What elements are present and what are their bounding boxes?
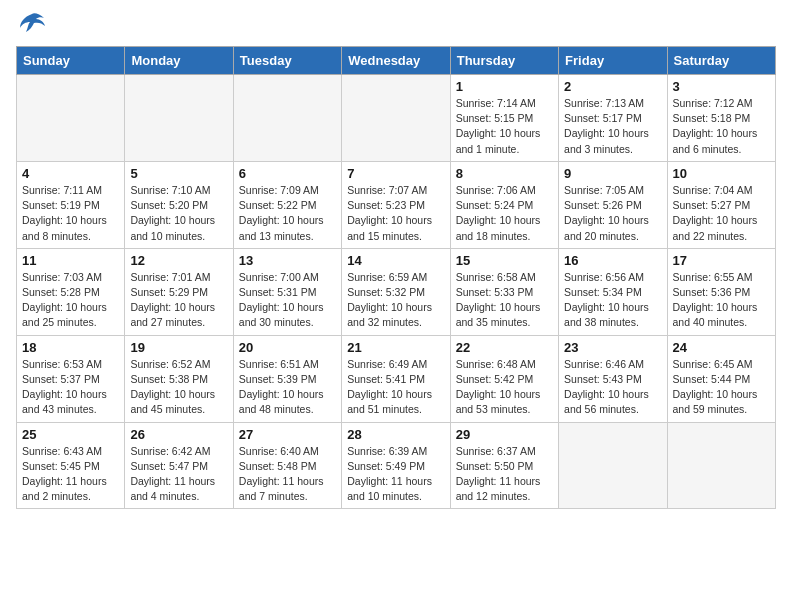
- day-info: Sunrise: 6:43 AMSunset: 5:45 PMDaylight:…: [22, 444, 119, 505]
- calendar-cell: 9Sunrise: 7:05 AMSunset: 5:26 PMDaylight…: [559, 161, 667, 248]
- calendar-cell: 20Sunrise: 6:51 AMSunset: 5:39 PMDayligh…: [233, 335, 341, 422]
- day-info: Sunrise: 6:52 AMSunset: 5:38 PMDaylight:…: [130, 357, 227, 418]
- day-info: Sunrise: 7:03 AMSunset: 5:28 PMDaylight:…: [22, 270, 119, 331]
- calendar-cell: 27Sunrise: 6:40 AMSunset: 5:48 PMDayligh…: [233, 422, 341, 509]
- day-info: Sunrise: 7:04 AMSunset: 5:27 PMDaylight:…: [673, 183, 770, 244]
- calendar-cell: 28Sunrise: 6:39 AMSunset: 5:49 PMDayligh…: [342, 422, 450, 509]
- calendar-cell: 17Sunrise: 6:55 AMSunset: 5:36 PMDayligh…: [667, 248, 775, 335]
- day-info: Sunrise: 7:05 AMSunset: 5:26 PMDaylight:…: [564, 183, 661, 244]
- calendar-cell: 14Sunrise: 6:59 AMSunset: 5:32 PMDayligh…: [342, 248, 450, 335]
- day-info: Sunrise: 6:48 AMSunset: 5:42 PMDaylight:…: [456, 357, 553, 418]
- day-info: Sunrise: 6:55 AMSunset: 5:36 PMDaylight:…: [673, 270, 770, 331]
- day-number: 22: [456, 340, 553, 355]
- day-number: 16: [564, 253, 661, 268]
- day-number: 17: [673, 253, 770, 268]
- calendar-cell: 8Sunrise: 7:06 AMSunset: 5:24 PMDaylight…: [450, 161, 558, 248]
- calendar-cell: [667, 422, 775, 509]
- calendar-cell: 7Sunrise: 7:07 AMSunset: 5:23 PMDaylight…: [342, 161, 450, 248]
- weekday-header-monday: Monday: [125, 47, 233, 75]
- weekday-header-thursday: Thursday: [450, 47, 558, 75]
- day-info: Sunrise: 6:39 AMSunset: 5:49 PMDaylight:…: [347, 444, 444, 505]
- day-info: Sunrise: 6:56 AMSunset: 5:34 PMDaylight:…: [564, 270, 661, 331]
- day-info: Sunrise: 6:46 AMSunset: 5:43 PMDaylight:…: [564, 357, 661, 418]
- day-info: Sunrise: 6:59 AMSunset: 5:32 PMDaylight:…: [347, 270, 444, 331]
- day-number: 13: [239, 253, 336, 268]
- page-header: [16, 16, 776, 34]
- day-info: Sunrise: 6:49 AMSunset: 5:41 PMDaylight:…: [347, 357, 444, 418]
- day-info: Sunrise: 7:11 AMSunset: 5:19 PMDaylight:…: [22, 183, 119, 244]
- calendar-cell: [559, 422, 667, 509]
- calendar-cell: [342, 75, 450, 162]
- day-info: Sunrise: 6:51 AMSunset: 5:39 PMDaylight:…: [239, 357, 336, 418]
- day-info: Sunrise: 7:10 AMSunset: 5:20 PMDaylight:…: [130, 183, 227, 244]
- day-info: Sunrise: 6:45 AMSunset: 5:44 PMDaylight:…: [673, 357, 770, 418]
- day-number: 2: [564, 79, 661, 94]
- day-info: Sunrise: 7:00 AMSunset: 5:31 PMDaylight:…: [239, 270, 336, 331]
- calendar-week-row: 11Sunrise: 7:03 AMSunset: 5:28 PMDayligh…: [17, 248, 776, 335]
- calendar-cell: [17, 75, 125, 162]
- day-number: 23: [564, 340, 661, 355]
- calendar-cell: 15Sunrise: 6:58 AMSunset: 5:33 PMDayligh…: [450, 248, 558, 335]
- day-info: Sunrise: 6:58 AMSunset: 5:33 PMDaylight:…: [456, 270, 553, 331]
- calendar-cell: 24Sunrise: 6:45 AMSunset: 5:44 PMDayligh…: [667, 335, 775, 422]
- calendar-cell: 23Sunrise: 6:46 AMSunset: 5:43 PMDayligh…: [559, 335, 667, 422]
- day-info: Sunrise: 6:53 AMSunset: 5:37 PMDaylight:…: [22, 357, 119, 418]
- calendar-header-row: SundayMondayTuesdayWednesdayThursdayFrid…: [17, 47, 776, 75]
- calendar-cell: 12Sunrise: 7:01 AMSunset: 5:29 PMDayligh…: [125, 248, 233, 335]
- calendar-cell: 6Sunrise: 7:09 AMSunset: 5:22 PMDaylight…: [233, 161, 341, 248]
- day-number: 19: [130, 340, 227, 355]
- day-info: Sunrise: 7:09 AMSunset: 5:22 PMDaylight:…: [239, 183, 336, 244]
- day-number: 28: [347, 427, 444, 442]
- day-number: 3: [673, 79, 770, 94]
- day-info: Sunrise: 6:40 AMSunset: 5:48 PMDaylight:…: [239, 444, 336, 505]
- weekday-header-tuesday: Tuesday: [233, 47, 341, 75]
- weekday-header-friday: Friday: [559, 47, 667, 75]
- calendar-cell: 11Sunrise: 7:03 AMSunset: 5:28 PMDayligh…: [17, 248, 125, 335]
- logo: [16, 16, 46, 34]
- calendar-cell: 25Sunrise: 6:43 AMSunset: 5:45 PMDayligh…: [17, 422, 125, 509]
- calendar-cell: 1Sunrise: 7:14 AMSunset: 5:15 PMDaylight…: [450, 75, 558, 162]
- calendar-week-row: 4Sunrise: 7:11 AMSunset: 5:19 PMDaylight…: [17, 161, 776, 248]
- day-number: 11: [22, 253, 119, 268]
- calendar-cell: 16Sunrise: 6:56 AMSunset: 5:34 PMDayligh…: [559, 248, 667, 335]
- day-number: 29: [456, 427, 553, 442]
- calendar-cell: 19Sunrise: 6:52 AMSunset: 5:38 PMDayligh…: [125, 335, 233, 422]
- day-number: 5: [130, 166, 227, 181]
- day-info: Sunrise: 6:42 AMSunset: 5:47 PMDaylight:…: [130, 444, 227, 505]
- day-number: 9: [564, 166, 661, 181]
- day-number: 27: [239, 427, 336, 442]
- day-info: Sunrise: 7:06 AMSunset: 5:24 PMDaylight:…: [456, 183, 553, 244]
- calendar-cell: 3Sunrise: 7:12 AMSunset: 5:18 PMDaylight…: [667, 75, 775, 162]
- day-number: 7: [347, 166, 444, 181]
- calendar-cell: 29Sunrise: 6:37 AMSunset: 5:50 PMDayligh…: [450, 422, 558, 509]
- calendar-week-row: 1Sunrise: 7:14 AMSunset: 5:15 PMDaylight…: [17, 75, 776, 162]
- day-info: Sunrise: 7:01 AMSunset: 5:29 PMDaylight:…: [130, 270, 227, 331]
- day-number: 24: [673, 340, 770, 355]
- day-number: 25: [22, 427, 119, 442]
- day-number: 15: [456, 253, 553, 268]
- calendar-cell: [233, 75, 341, 162]
- day-number: 12: [130, 253, 227, 268]
- day-number: 4: [22, 166, 119, 181]
- day-number: 20: [239, 340, 336, 355]
- day-info: Sunrise: 7:14 AMSunset: 5:15 PMDaylight:…: [456, 96, 553, 157]
- day-number: 18: [22, 340, 119, 355]
- calendar-cell: 4Sunrise: 7:11 AMSunset: 5:19 PMDaylight…: [17, 161, 125, 248]
- calendar-cell: 5Sunrise: 7:10 AMSunset: 5:20 PMDaylight…: [125, 161, 233, 248]
- calendar-cell: 22Sunrise: 6:48 AMSunset: 5:42 PMDayligh…: [450, 335, 558, 422]
- day-number: 1: [456, 79, 553, 94]
- calendar-cell: 2Sunrise: 7:13 AMSunset: 5:17 PMDaylight…: [559, 75, 667, 162]
- day-info: Sunrise: 6:37 AMSunset: 5:50 PMDaylight:…: [456, 444, 553, 505]
- day-number: 26: [130, 427, 227, 442]
- day-number: 14: [347, 253, 444, 268]
- weekday-header-wednesday: Wednesday: [342, 47, 450, 75]
- calendar-cell: 10Sunrise: 7:04 AMSunset: 5:27 PMDayligh…: [667, 161, 775, 248]
- day-info: Sunrise: 7:07 AMSunset: 5:23 PMDaylight:…: [347, 183, 444, 244]
- calendar-cell: 21Sunrise: 6:49 AMSunset: 5:41 PMDayligh…: [342, 335, 450, 422]
- weekday-header-saturday: Saturday: [667, 47, 775, 75]
- day-number: 21: [347, 340, 444, 355]
- calendar-cell: 26Sunrise: 6:42 AMSunset: 5:47 PMDayligh…: [125, 422, 233, 509]
- day-number: 10: [673, 166, 770, 181]
- calendar-week-row: 18Sunrise: 6:53 AMSunset: 5:37 PMDayligh…: [17, 335, 776, 422]
- logo-bird-icon: [18, 12, 46, 34]
